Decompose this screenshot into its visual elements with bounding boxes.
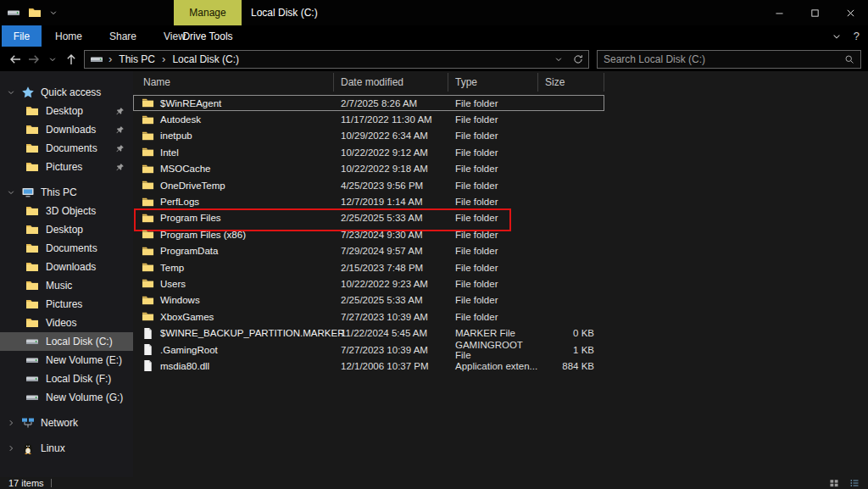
file-date-cell: 2/15/2023 7:48 PM — [334, 259, 448, 275]
recent-locations-button[interactable] — [44, 50, 60, 69]
sidebar-item-pictures[interactable]: Pictures — [0, 295, 133, 314]
file-row-msocache[interactable]: MSOCache10/22/2022 9:18 AMFile folder — [133, 161, 604, 177]
breadcrumb-local-disk-c[interactable]: Local Disk (C:) — [170, 53, 241, 65]
column-header-name[interactable]: Name — [133, 73, 334, 92]
sidebar-item-downloads[interactable]: Downloads — [0, 120, 133, 139]
minimize-button[interactable] — [761, 0, 797, 25]
tab-share[interactable]: Share — [96, 25, 150, 47]
address-bar[interactable]: › This PC › Local Disk (C:) — [84, 50, 589, 69]
file-row-temp[interactable]: Temp2/15/2023 7:48 PMFile folder — [133, 259, 604, 275]
sidebar-item-new-volume-g[interactable]: New Volume (G:) — [0, 388, 133, 407]
address-dropdown-chevron-icon[interactable] — [554, 55, 563, 64]
file-row-programdata[interactable]: ProgramData7/29/2024 9:57 AMFile folder — [133, 243, 604, 259]
sidebar-item-pictures[interactable]: Pictures — [0, 158, 133, 176]
breadcrumb-this-pc[interactable]: This PC — [117, 53, 157, 65]
sidebar-header-this-pc[interactable]: This PC — [0, 183, 133, 202]
refresh-icon[interactable] — [573, 54, 583, 64]
sidebar-section-quick-access: Quick accessDesktopDownloadsDocumentsPic… — [0, 83, 133, 176]
file-type-cell: File folder — [448, 177, 538, 193]
folder-icon — [142, 130, 154, 142]
sidebar-item-videos[interactable]: Videos — [0, 314, 133, 332]
file-row-windows[interactable]: Windows2/25/2025 5:33 AMFile folder — [133, 292, 604, 308]
chevron-down-icon — [48, 55, 57, 64]
column-header-size[interactable]: Size — [538, 73, 604, 92]
file-row-winreagent[interactable]: $WinREAgent2/7/2025 8:26 AMFile folder — [133, 95, 604, 111]
sidebar-item-documents[interactable]: Documents — [0, 139, 133, 158]
search-box — [597, 50, 861, 69]
tab-file[interactable]: File — [2, 25, 42, 47]
file-row-users[interactable]: Users10/22/2022 9:23 AMFile folder — [133, 275, 604, 292]
file-name-cell: Program Files — [133, 210, 334, 226]
file-name: PerfLogs — [160, 197, 199, 207]
sidebar-header-linux[interactable]: Linux — [0, 439, 133, 458]
folder-icon[interactable] — [28, 6, 42, 19]
back-button[interactable] — [7, 50, 23, 69]
search-icon[interactable] — [844, 54, 854, 64]
sidebar-item-desktop[interactable]: Desktop — [0, 220, 133, 239]
folder-icon — [25, 104, 39, 118]
sidebar-section-label: Network — [41, 417, 78, 429]
help-icon[interactable]: ? — [854, 30, 860, 42]
up-button[interactable] — [63, 50, 79, 69]
expander-chevron-icon — [7, 88, 15, 97]
tab-drive-tools[interactable]: Drive Tools — [174, 25, 242, 47]
file-size-cell — [538, 111, 604, 127]
file-date-modified: 2/25/2025 5:33 AM — [341, 295, 423, 305]
expand-ribbon-chevron-icon[interactable] — [832, 31, 842, 42]
file-type-cell: File folder — [448, 161, 538, 177]
sidebar-item-3d-objects[interactable]: 3D Objects — [0, 202, 133, 220]
file-name: OneDriveTemp — [160, 181, 225, 191]
file-type: MARKER File — [455, 328, 515, 338]
sidebar-header-network[interactable]: Network — [0, 414, 133, 432]
file-row-xboxgames[interactable]: XboxGames7/27/2023 10:39 AMFile folder — [133, 308, 604, 325]
file-size-cell — [538, 144, 604, 160]
ribbon-right-controls: ? — [832, 25, 860, 47]
file-row-onedrivetemp[interactable]: OneDriveTemp4/25/2023 9:56 PMFile folder — [133, 177, 604, 193]
sidebar-item-local-disk-f[interactable]: Local Disk (F:) — [0, 370, 133, 388]
explorer-window: Manage Local Disk (C:) File Home Share V… — [0, 0, 868, 489]
file-type: File folder — [455, 114, 498, 125]
file-name-cell: OneDriveTemp — [133, 177, 334, 193]
tab-home[interactable]: Home — [42, 25, 96, 47]
file-row-inetpub[interactable]: inetpub10/29/2022 6:34 AMFile folder — [133, 128, 604, 144]
folder-icon — [25, 223, 39, 236]
file-size-cell — [538, 226, 604, 242]
details-view-button[interactable] — [846, 477, 863, 489]
column-header-type[interactable]: Type — [448, 73, 538, 92]
file-row-program-files[interactable]: Program Files2/25/2025 5:33 AMFile folde… — [133, 210, 604, 226]
forward-button[interactable] — [25, 50, 42, 69]
file-row-msdia80-dll[interactable]: msdia80.dll12/1/2006 10:37 PMApplication… — [133, 358, 604, 374]
column-header-label: Size — [545, 76, 565, 88]
sidebar-header-quick-access[interactable]: Quick access — [0, 83, 133, 102]
file-row-autodesk[interactable]: Autodesk11/17/2022 11:30 AMFile folder — [133, 111, 604, 127]
file-row-perflogs[interactable]: PerfLogs12/7/2019 1:14 AMFile folder — [133, 193, 604, 209]
column-header-date-modified[interactable]: Date modified — [334, 73, 448, 92]
search-input[interactable] — [604, 53, 844, 65]
file-row-intel[interactable]: Intel10/22/2022 9:12 AMFile folder — [133, 144, 604, 160]
file-name-cell: inetpub — [133, 128, 334, 144]
close-button[interactable] — [832, 0, 868, 25]
sidebar-item-label: Desktop — [46, 224, 83, 236]
maximize-button[interactable] — [797, 0, 832, 25]
file-date-cell: 11/22/2024 5:45 AM — [334, 325, 448, 341]
file-name-cell: MSOCache — [133, 161, 334, 177]
folder-icon — [25, 316, 39, 330]
sidebar-item-local-disk-c[interactable]: Local Disk (C:) — [0, 332, 133, 351]
sidebar-item-downloads[interactable]: Downloads — [0, 258, 133, 276]
sidebar-item-documents[interactable]: Documents — [0, 239, 133, 258]
file-type-cell: File folder — [448, 275, 538, 292]
file-size-cell: 884 KB — [538, 358, 604, 374]
manage-contextual-tab[interactable]: Manage — [174, 0, 242, 25]
sidebar-section-label: Quick access — [41, 86, 101, 98]
sidebar-item-desktop[interactable]: Desktop — [0, 102, 133, 120]
folder-icon — [142, 212, 154, 225]
sidebar-item-music[interactable]: Music — [0, 276, 133, 295]
file-row-program-files-x86[interactable]: Program Files (x86)7/23/2024 9:30 AMFile… — [133, 226, 604, 242]
file-row-gamingroot[interactable]: .GamingRoot7/27/2023 10:39 AMGAMINGROOT … — [133, 342, 604, 358]
breadcrumb-separator: › — [157, 53, 170, 65]
file-type-cell: File folder — [448, 95, 538, 111]
sidebar-item-new-volume-e[interactable]: New Volume (E:) — [0, 351, 133, 370]
file-name-cell: msdia80.dll — [133, 358, 334, 374]
chevron-down-icon[interactable] — [49, 8, 58, 17]
thumbnails-view-button[interactable] — [826, 477, 843, 489]
